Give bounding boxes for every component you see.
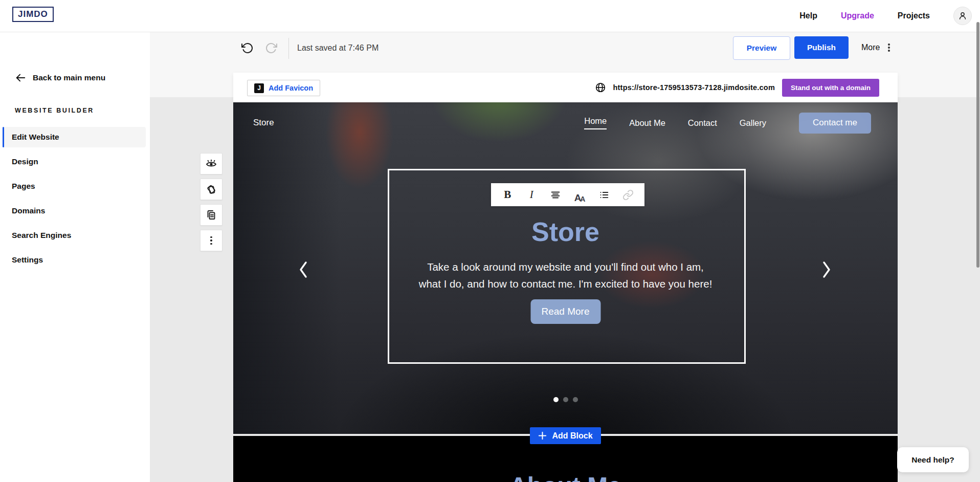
chevron-right-icon [821,260,832,279]
eye-icon [205,158,217,170]
add-favicon-button[interactable]: J Add Favicon [247,80,320,96]
carousel-dot-1[interactable] [553,397,559,402]
sidebar-item-label: Settings [12,255,43,265]
toolbar-divider [288,38,289,59]
scrollbar-thumb[interactable] [976,22,979,268]
sidebar-item-search-engines[interactable]: Search Engines [3,225,146,246]
plus-icon [538,431,547,440]
undo-button[interactable] [240,41,255,55]
carousel-prev-button[interactable] [298,260,309,279]
preview-button[interactable]: Preview [733,36,790,60]
upgrade-link[interactable]: Upgrade [841,11,874,20]
style-button[interactable] [200,179,222,200]
need-help-button[interactable]: Need help? [897,447,969,472]
header-nav: Help Upgrade Projects [799,0,972,32]
list-icon [598,189,610,201]
redo-button[interactable] [264,41,278,55]
hero-description[interactable]: Take a look around my website and you'll… [417,259,714,293]
carousel-dot-2[interactable] [563,397,568,402]
visibility-button[interactable] [200,153,222,174]
align-center-icon [550,189,561,201]
align-button[interactable] [548,187,563,203]
read-more-button[interactable]: Read More [530,299,600,324]
kebab-icon [210,236,212,245]
site-nav: Store Home About Me Contact Gallery Cont… [253,112,871,134]
globe-icon [595,82,606,93]
sidebar-item-pages[interactable]: Pages [3,176,146,196]
list-button[interactable] [596,187,612,203]
nav-contact[interactable]: Contact [688,118,717,128]
swatches-icon [205,183,217,195]
favicon-placeholder-icon: J [254,83,264,93]
carousel-dot-3[interactable] [573,397,578,402]
sidebar-item-label: Pages [12,182,35,191]
italic-button[interactable]: I [524,187,539,203]
section-label: WEBSITE BUILDER [15,107,94,114]
more-label: More [861,43,880,52]
chevron-left-icon [298,260,309,279]
jimdo-logo[interactable]: JIMDO [12,7,54,22]
block-options-button[interactable] [200,230,222,251]
projects-link[interactable]: Projects [898,11,930,20]
text-format-toolbar: B I A A [491,183,644,206]
domain-cta-button[interactable]: Stand out with a domain [782,79,879,97]
duplicate-button[interactable] [200,204,222,226]
sidebar-item-design[interactable]: Design [3,151,146,172]
about-me-title[interactable]: About Me [233,472,898,482]
url-group: https://store-1759513573-7128.jimdosite.… [595,78,879,97]
sidebar-item-settings[interactable]: Settings [3,250,146,270]
hero-title[interactable]: Store [233,220,898,244]
sidebar: Back to main menu WEBSITE BUILDER Edit W… [0,32,150,482]
sidebar-item-domains[interactable]: Domains [3,201,146,221]
carousel-next-button[interactable] [821,260,832,279]
add-block-button[interactable]: Add Block [530,427,601,444]
font-button[interactable]: A A [572,187,588,203]
help-link[interactable]: Help [799,11,817,20]
site-hero-preview: Store Home About Me Contact Gallery Cont… [233,102,898,434]
user-icon [957,11,968,21]
nav-home[interactable]: Home [584,116,607,129]
redo-icon [265,42,277,54]
add-block-label: Add Block [552,431,592,441]
jimdo-editor: JIMDO Help Upgrade Projects [0,0,980,482]
nav-gallery[interactable]: Gallery [740,118,766,128]
app-header: JIMDO Help Upgrade Projects [0,0,980,32]
kebab-icon [888,43,889,51]
site-logo[interactable]: Store [253,118,274,128]
link-button[interactable] [620,187,636,203]
sidebar-item-label: Domains [12,206,45,215]
sidebar-item-label: Search Engines [12,231,71,240]
sidebar-item-edit-website[interactable]: Edit Website [3,127,146,147]
undo-icon [241,42,254,54]
font-small-glyph: A [580,195,585,203]
block-tools [200,153,222,251]
bold-button[interactable]: B [500,187,515,203]
more-menu[interactable]: More [861,36,890,59]
contact-me-button[interactable]: Contact me [799,113,871,134]
carousel-dots [553,397,578,402]
site-url: https://store-1759513573-7128.jimdosite.… [613,83,775,92]
sidebar-item-label: Edit Website [12,133,59,142]
add-favicon-label: Add Favicon [269,84,313,92]
copy-icon [205,209,217,221]
back-arrow-icon [15,73,26,83]
back-label: Back to main menu [33,73,105,82]
active-indicator [3,127,4,147]
publish-button[interactable]: Publish [794,36,849,59]
link-icon [622,189,634,201]
sidebar-menu: Edit Website Design Pages Domains Search… [3,127,146,270]
sidebar-item-label: Design [12,157,38,166]
site-url-bar: J Add Favicon https://store-1759513573-7… [233,73,898,102]
last-saved-status: Last saved at 7:46 PM [297,43,378,53]
back-to-main-menu[interactable]: Back to main menu [15,73,105,83]
nav-about-me[interactable]: About Me [629,118,665,128]
account-avatar[interactable] [953,7,972,25]
site-nav-links: Home About Me Contact Gallery Contact me [584,113,871,134]
